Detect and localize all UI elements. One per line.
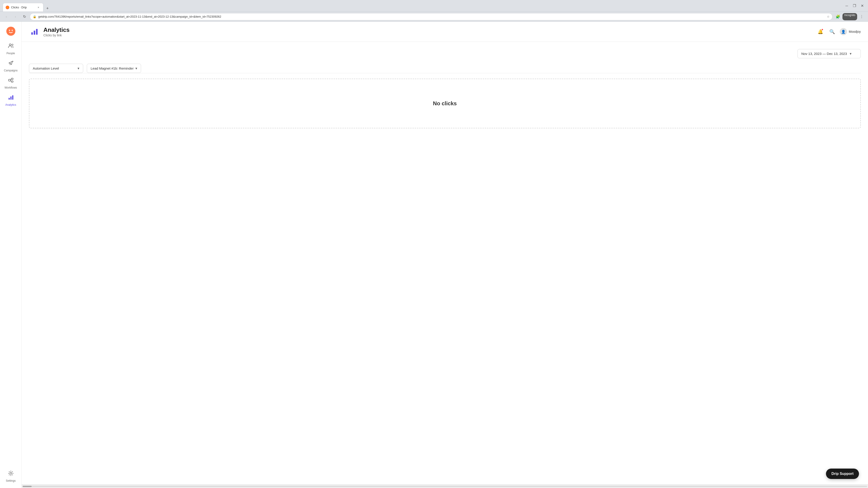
svg-rect-6 (8, 79, 10, 81)
svg-rect-9 (8, 98, 10, 100)
svg-point-5 (12, 61, 13, 62)
filter-row: Automation Level ▾ Lead Magnet #1b: Remi… (29, 64, 861, 73)
automation-level-filter[interactable]: Automation Level ▾ (29, 64, 83, 73)
incognito-badge: Incognito (842, 13, 857, 20)
svg-rect-7 (11, 78, 13, 79)
campaign-label: Lead Magnet #1b: Reminder (91, 66, 133, 70)
sidebar-item-campaigns-label: Campaigns (4, 69, 18, 72)
svg-point-4 (12, 44, 13, 45)
svg-rect-14 (34, 31, 35, 35)
header-analytics-icon (29, 26, 40, 37)
user-name: Moodjoy (849, 30, 861, 33)
sidebar-item-workflows[interactable]: Workflows (2, 75, 20, 91)
notifications-button[interactable]: 🔔 (816, 28, 825, 36)
date-range-text: Nov 13, 2023 — Dec 13, 2023 (801, 52, 847, 56)
tab-favicon: 🔶 (6, 6, 9, 9)
sidebar-logo[interactable] (5, 25, 17, 37)
lock-icon: 🔒 (33, 15, 36, 18)
svg-point-2 (11, 30, 13, 31)
tab-close-button[interactable]: × (36, 5, 40, 9)
controls-row: Nov 13, 2023 — Dec 13, 2023 ▾ (29, 49, 861, 58)
page-header: Analytics Clicks by link 🔔 🔍 👤 Moodjoy (22, 22, 868, 42)
user-avatar: 👤 (840, 28, 847, 35)
date-range-picker[interactable]: Nov 13, 2023 — Dec 13, 2023 ▾ (798, 49, 861, 58)
svg-rect-10 (10, 96, 11, 100)
sidebar-item-analytics-label: Analytics (5, 103, 16, 106)
browser-actions: 🧩 Incognito ⋮ (834, 13, 865, 20)
new-tab-button[interactable]: + (44, 5, 51, 11)
scrollbar-thumb[interactable] (23, 486, 32, 487)
notification-badge (821, 29, 824, 31)
search-icon: 🔍 (829, 29, 835, 34)
drip-support-button[interactable]: Drip Support (826, 468, 859, 479)
scrollbar-track (23, 486, 867, 487)
browser-tab-bar: 🔶 Clicks · Drip × + ─ ❐ ✕ (0, 0, 868, 12)
address-bar[interactable]: 🔒 getdrip.com/7641396/reports/email_link… (30, 13, 833, 20)
forward-button[interactable]: › (12, 13, 19, 20)
no-clicks-message: No clicks (433, 100, 457, 107)
bookmark-icon[interactable]: ☆ (827, 15, 830, 18)
sidebar-item-workflows-label: Workflows (4, 86, 17, 89)
header-left: Analytics Clicks by link (29, 26, 816, 37)
refresh-button[interactable]: ↻ (21, 13, 28, 20)
user-section[interactable]: 👤 Moodjoy (840, 28, 861, 35)
app-container: People Campaigns (0, 22, 868, 488)
search-button[interactable]: 🔍 (828, 28, 836, 36)
svg-point-1 (9, 30, 10, 31)
settings-icon (8, 470, 14, 478)
date-range-chevron: ▾ (850, 52, 851, 56)
page-title: Analytics (43, 26, 70, 33)
sidebar-item-campaigns[interactable]: Campaigns (2, 58, 20, 74)
svg-point-0 (6, 27, 16, 36)
campaign-filter[interactable]: Lead Magnet #1b: Reminder ▾ (87, 64, 141, 73)
close-window-button[interactable]: ✕ (859, 3, 865, 9)
sidebar-item-settings[interactable]: Settings (2, 468, 20, 484)
people-icon (8, 43, 14, 51)
header-text: Analytics Clicks by link (43, 26, 70, 37)
url-text: getdrip.com/7641396/reports/email_links?… (38, 15, 825, 18)
sidebar: People Campaigns (0, 22, 22, 488)
tab-title: Clicks · Drip (11, 6, 35, 9)
horizontal-scrollbar[interactable] (22, 484, 868, 488)
sidebar-item-people-label: People (6, 52, 15, 55)
analytics-icon (8, 94, 14, 102)
svg-rect-15 (36, 29, 38, 35)
address-bar-row: ‹ › ↻ 🔒 getdrip.com/7641396/reports/emai… (0, 12, 868, 22)
svg-point-12 (10, 473, 12, 474)
header-actions: 🔔 🔍 👤 Moodjoy (816, 28, 861, 36)
page-subtitle: Clicks by link (43, 33, 70, 37)
automation-chevron: ▾ (78, 66, 79, 70)
svg-rect-11 (12, 95, 13, 100)
sidebar-item-settings-label: Settings (6, 479, 16, 482)
extensions-button[interactable]: 🧩 (834, 13, 842, 20)
content-area: Nov 13, 2023 — Dec 13, 2023 ▾ Automation… (22, 42, 868, 484)
workflows-icon (8, 77, 14, 85)
svg-rect-8 (11, 81, 13, 82)
tab-list: 🔶 Clicks · Drip × + (3, 0, 842, 11)
active-tab[interactable]: 🔶 Clicks · Drip × (3, 3, 43, 11)
no-data-area: No clicks (29, 78, 861, 128)
back-button[interactable]: ‹ (3, 13, 10, 20)
main-content: Analytics Clicks by link 🔔 🔍 👤 Moodjoy (22, 22, 868, 488)
svg-rect-13 (31, 32, 33, 35)
campaign-chevron: ▾ (135, 66, 137, 70)
svg-point-3 (9, 44, 11, 46)
sidebar-item-people[interactable]: People (2, 41, 20, 57)
campaigns-icon (8, 60, 14, 68)
drip-support-label: Drip Support (831, 472, 854, 476)
sidebar-item-analytics[interactable]: Analytics (2, 92, 20, 108)
automation-level-label: Automation Level (33, 66, 59, 70)
maximize-button[interactable]: ❐ (851, 3, 858, 9)
window-controls: ─ ❐ ✕ (844, 3, 865, 9)
minimize-button[interactable]: ─ (844, 3, 850, 9)
menu-button[interactable]: ⋮ (858, 13, 865, 20)
